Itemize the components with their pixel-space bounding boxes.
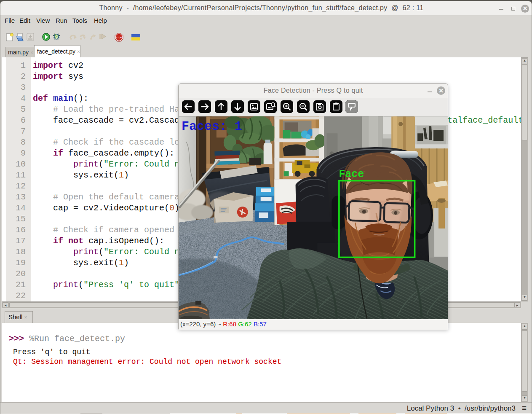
svg-text:Faces: 1: Faces: 1 — [182, 119, 242, 134]
svg-text:STOP: STOP — [116, 36, 122, 39]
svg-text:Face: Face — [339, 168, 364, 180]
